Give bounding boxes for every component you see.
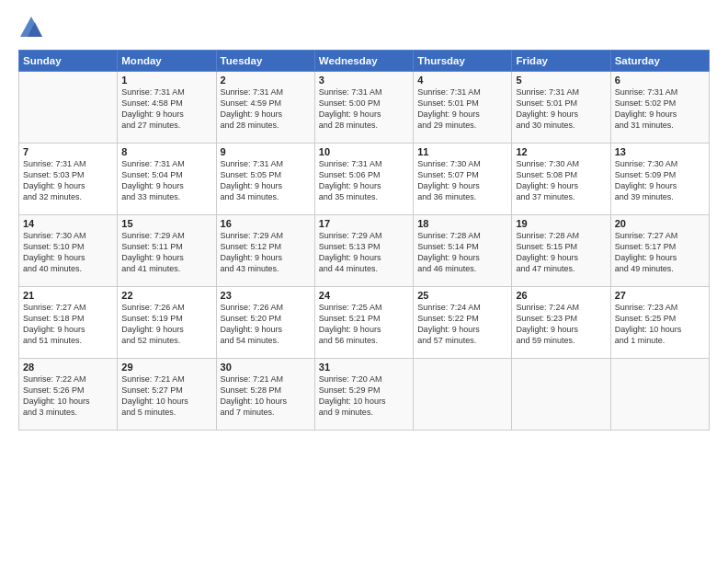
- calendar-cell: 13Sunrise: 7:30 AM Sunset: 5:09 PM Dayli…: [610, 144, 709, 215]
- cell-content: Sunrise: 7:30 AM Sunset: 5:10 PM Dayligh…: [23, 230, 113, 275]
- day-number: 15: [121, 218, 211, 229]
- calendar-cell: 11Sunrise: 7:30 AM Sunset: 5:07 PM Dayli…: [414, 144, 512, 215]
- day-number: 20: [615, 218, 705, 229]
- cell-content: Sunrise: 7:31 AM Sunset: 5:01 PM Dayligh…: [516, 86, 606, 132]
- day-number: 8: [121, 146, 211, 157]
- day-number: 14: [23, 218, 113, 229]
- calendar-cell: 10Sunrise: 7:31 AM Sunset: 5:06 PM Dayli…: [314, 144, 413, 215]
- day-number: 4: [417, 75, 507, 86]
- cell-content: Sunrise: 7:25 AM Sunset: 5:21 PM Dayligh…: [319, 302, 409, 347]
- header: [18, 15, 710, 40]
- calendar-cell: 25Sunrise: 7:24 AM Sunset: 5:22 PM Dayli…: [414, 287, 512, 359]
- cell-content: Sunrise: 7:31 AM Sunset: 5:03 PM Dayligh…: [23, 158, 113, 203]
- cell-content: Sunrise: 7:31 AM Sunset: 4:58 PM Dayligh…: [121, 86, 211, 132]
- cell-content: Sunrise: 7:31 AM Sunset: 4:59 PM Dayligh…: [221, 86, 311, 132]
- calendar-cell: [512, 359, 610, 431]
- cell-content: Sunrise: 7:31 AM Sunset: 5:05 PM Dayligh…: [221, 158, 311, 203]
- calendar-cell: 7Sunrise: 7:31 AM Sunset: 5:03 PM Daylig…: [19, 144, 118, 215]
- cell-content: Sunrise: 7:31 AM Sunset: 5:00 PM Dayligh…: [319, 86, 409, 132]
- calendar-cell: 12Sunrise: 7:30 AM Sunset: 5:08 PM Dayli…: [512, 144, 610, 215]
- cell-content: Sunrise: 7:30 AM Sunset: 5:07 PM Dayligh…: [417, 158, 507, 203]
- calendar-week-row: 28Sunrise: 7:22 AM Sunset: 5:26 PM Dayli…: [19, 359, 710, 431]
- calendar-cell: [414, 359, 512, 431]
- day-number: 28: [23, 362, 113, 373]
- header-row: SundayMondayTuesdayWednesdayThursdayFrid…: [19, 51, 710, 72]
- cell-content: Sunrise: 7:23 AM Sunset: 5:25 PM Dayligh…: [615, 302, 705, 347]
- cell-content: Sunrise: 7:21 AM Sunset: 5:28 PM Dayligh…: [221, 373, 311, 419]
- day-number: 1: [121, 75, 211, 86]
- weekday-header: Saturday: [610, 51, 709, 72]
- day-number: 2: [221, 75, 311, 86]
- weekday-header: Wednesday: [314, 51, 413, 72]
- calendar-cell: 18Sunrise: 7:28 AM Sunset: 5:14 PM Dayli…: [414, 215, 512, 287]
- calendar-week-row: 14Sunrise: 7:30 AM Sunset: 5:10 PM Dayli…: [19, 215, 710, 287]
- calendar-cell: 16Sunrise: 7:29 AM Sunset: 5:12 PM Dayli…: [216, 215, 314, 287]
- calendar-cell: 14Sunrise: 7:30 AM Sunset: 5:10 PM Dayli…: [19, 215, 118, 287]
- cell-content: Sunrise: 7:29 AM Sunset: 5:13 PM Dayligh…: [319, 230, 409, 275]
- calendar-cell: 3Sunrise: 7:31 AM Sunset: 5:00 PM Daylig…: [314, 72, 413, 144]
- calendar-week-row: 7Sunrise: 7:31 AM Sunset: 5:03 PM Daylig…: [19, 144, 710, 215]
- day-number: 18: [417, 218, 507, 229]
- cell-content: Sunrise: 7:26 AM Sunset: 5:19 PM Dayligh…: [121, 302, 211, 347]
- calendar-cell: 1Sunrise: 7:31 AM Sunset: 4:58 PM Daylig…: [118, 72, 216, 144]
- cell-content: Sunrise: 7:29 AM Sunset: 5:11 PM Dayligh…: [121, 230, 211, 275]
- cell-content: Sunrise: 7:31 AM Sunset: 5:01 PM Dayligh…: [417, 86, 507, 132]
- day-number: 10: [319, 146, 409, 157]
- cell-content: Sunrise: 7:31 AM Sunset: 5:04 PM Dayligh…: [121, 158, 211, 203]
- day-number: 6: [615, 75, 705, 86]
- day-number: 13: [615, 146, 705, 157]
- calendar-cell: 29Sunrise: 7:21 AM Sunset: 5:27 PM Dayli…: [118, 359, 216, 431]
- cell-content: Sunrise: 7:31 AM Sunset: 5:06 PM Dayligh…: [319, 158, 409, 203]
- weekday-header: Friday: [512, 51, 610, 72]
- cell-content: Sunrise: 7:27 AM Sunset: 5:18 PM Dayligh…: [23, 302, 113, 347]
- calendar-cell: 20Sunrise: 7:27 AM Sunset: 5:17 PM Dayli…: [610, 215, 709, 287]
- calendar-cell: 15Sunrise: 7:29 AM Sunset: 5:11 PM Dayli…: [118, 215, 216, 287]
- calendar-cell: 28Sunrise: 7:22 AM Sunset: 5:26 PM Dayli…: [19, 359, 118, 431]
- calendar-cell: [610, 359, 709, 431]
- calendar-table: SundayMondayTuesdayWednesdayThursdayFrid…: [18, 50, 710, 431]
- cell-content: Sunrise: 7:24 AM Sunset: 5:22 PM Dayligh…: [417, 302, 507, 347]
- calendar-cell: 17Sunrise: 7:29 AM Sunset: 5:13 PM Dayli…: [314, 215, 413, 287]
- cell-content: Sunrise: 7:27 AM Sunset: 5:17 PM Dayligh…: [615, 230, 705, 275]
- day-number: 29: [121, 362, 211, 373]
- cell-content: Sunrise: 7:30 AM Sunset: 5:08 PM Dayligh…: [516, 158, 606, 203]
- day-number: 7: [23, 146, 113, 157]
- day-number: 26: [516, 290, 606, 301]
- cell-content: Sunrise: 7:28 AM Sunset: 5:14 PM Dayligh…: [417, 230, 507, 275]
- day-number: 27: [615, 290, 705, 301]
- cell-content: Sunrise: 7:26 AM Sunset: 5:20 PM Dayligh…: [221, 302, 311, 347]
- calendar-cell: 4Sunrise: 7:31 AM Sunset: 5:01 PM Daylig…: [414, 72, 512, 144]
- day-number: 17: [319, 218, 409, 229]
- calendar-cell: 24Sunrise: 7:25 AM Sunset: 5:21 PM Dayli…: [314, 287, 413, 359]
- calendar-cell: 27Sunrise: 7:23 AM Sunset: 5:25 PM Dayli…: [610, 287, 709, 359]
- calendar-cell: 26Sunrise: 7:24 AM Sunset: 5:23 PM Dayli…: [512, 287, 610, 359]
- weekday-header: Monday: [118, 51, 216, 72]
- cell-content: Sunrise: 7:28 AM Sunset: 5:15 PM Dayligh…: [516, 230, 606, 275]
- day-number: 25: [417, 290, 507, 301]
- day-number: 24: [319, 290, 409, 301]
- calendar-cell: 23Sunrise: 7:26 AM Sunset: 5:20 PM Dayli…: [216, 287, 314, 359]
- logo-icon: [18, 15, 44, 40]
- calendar-cell: 5Sunrise: 7:31 AM Sunset: 5:01 PM Daylig…: [512, 72, 610, 144]
- cell-content: Sunrise: 7:29 AM Sunset: 5:12 PM Dayligh…: [221, 230, 311, 275]
- weekday-header: Sunday: [19, 51, 118, 72]
- page: SundayMondayTuesdayWednesdayThursdayFrid…: [0, 0, 728, 563]
- weekday-header: Thursday: [414, 51, 512, 72]
- calendar-cell: 21Sunrise: 7:27 AM Sunset: 5:18 PM Dayli…: [19, 287, 118, 359]
- cell-content: Sunrise: 7:30 AM Sunset: 5:09 PM Dayligh…: [615, 158, 705, 203]
- calendar-cell: 30Sunrise: 7:21 AM Sunset: 5:28 PM Dayli…: [216, 359, 314, 431]
- calendar-week-row: 21Sunrise: 7:27 AM Sunset: 5:18 PM Dayli…: [19, 287, 710, 359]
- cell-content: Sunrise: 7:31 AM Sunset: 5:02 PM Dayligh…: [615, 86, 705, 132]
- day-number: 12: [516, 146, 606, 157]
- day-number: 11: [417, 146, 507, 157]
- day-number: 9: [221, 146, 311, 157]
- cell-content: Sunrise: 7:21 AM Sunset: 5:27 PM Dayligh…: [121, 373, 211, 419]
- calendar-cell: 9Sunrise: 7:31 AM Sunset: 5:05 PM Daylig…: [216, 144, 314, 215]
- cell-content: Sunrise: 7:22 AM Sunset: 5:26 PM Dayligh…: [23, 373, 113, 419]
- day-number: 5: [516, 75, 606, 86]
- day-number: 30: [221, 362, 311, 373]
- calendar-cell: 19Sunrise: 7:28 AM Sunset: 5:15 PM Dayli…: [512, 215, 610, 287]
- calendar-cell: 8Sunrise: 7:31 AM Sunset: 5:04 PM Daylig…: [118, 144, 216, 215]
- cell-content: Sunrise: 7:20 AM Sunset: 5:29 PM Dayligh…: [319, 373, 409, 419]
- day-number: 16: [221, 218, 311, 229]
